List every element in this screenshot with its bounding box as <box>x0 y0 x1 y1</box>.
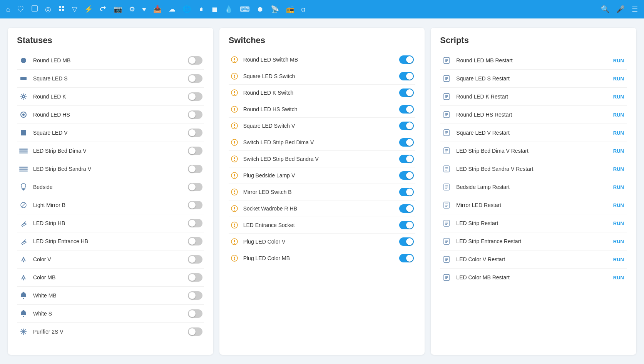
script-row: Round LED HS Restart RUN <box>440 106 627 124</box>
status-toggle[interactable] <box>188 255 202 264</box>
record-icon[interactable]: ⏺ <box>257 5 264 13</box>
status-icon <box>18 218 28 228</box>
signal-icon[interactable] <box>198 5 205 14</box>
status-toggle[interactable] <box>188 309 202 318</box>
status-row: Round LED HS <box>17 106 204 124</box>
status-toggle[interactable] <box>188 165 202 173</box>
svg-point-67 <box>234 243 234 244</box>
wifi-icon[interactable]: 📡 <box>271 5 279 13</box>
switch-toggle[interactable] <box>399 204 414 213</box>
cloud-icon[interactable]: ☁ <box>169 5 176 13</box>
status-toggle[interactable] <box>188 56 202 65</box>
share-icon[interactable] <box>100 5 107 14</box>
script-icon <box>442 73 452 83</box>
run-button[interactable]: RUN <box>612 147 626 155</box>
status-toggle[interactable] <box>188 219 202 227</box>
switch-row: Switch LED Strip Bed Sandra V <box>229 151 416 167</box>
status-toggle[interactable] <box>188 237 202 245</box>
status-toggle[interactable] <box>188 74 202 83</box>
switch-label: Switch LED Strip Bed Dima V <box>243 139 395 145</box>
switch-warning-icon <box>230 237 239 246</box>
antenna-icon[interactable]: 📻 <box>286 5 294 13</box>
mic-icon[interactable]: 🎤 <box>616 5 625 13</box>
run-button[interactable]: RUN <box>612 165 626 173</box>
target-icon[interactable]: ◎ <box>45 5 51 13</box>
svg-point-7 <box>22 95 25 98</box>
run-button[interactable]: RUN <box>612 256 626 263</box>
switch-row: Plug LED Color MB <box>229 250 416 266</box>
svg-point-34 <box>234 61 234 62</box>
heart-icon[interactable]: ♥ <box>142 5 146 13</box>
globe-icon[interactable]: 🌐 <box>182 5 191 13</box>
switch-toggle[interactable] <box>399 138 414 147</box>
status-toggle[interactable] <box>188 92 202 101</box>
script-label: LED Color V Restart <box>456 256 607 262</box>
status-row: Round LED K <box>17 88 204 106</box>
gear-icon[interactable]: ⚙ <box>129 5 135 13</box>
status-label: Round LED HS <box>33 112 183 118</box>
svg-point-31 <box>23 331 24 332</box>
status-icon <box>18 200 28 210</box>
switch-label: Plug LED Color V <box>243 239 395 245</box>
script-label: Round LED HS Restart <box>456 112 607 118</box>
svg-rect-12 <box>19 150 28 152</box>
switch-toggle[interactable] <box>399 155 414 163</box>
script-row: LED Color MB Restart RUN <box>440 269 627 286</box>
status-toggle[interactable] <box>188 273 202 282</box>
status-toggle[interactable] <box>188 327 202 336</box>
switch-toggle[interactable] <box>399 254 414 262</box>
window-icon[interactable] <box>31 5 38 14</box>
search-icon[interactable]: 🔍 <box>601 5 609 13</box>
run-button[interactable]: RUN <box>612 274 626 281</box>
square2-icon[interactable]: ◼ <box>212 5 217 13</box>
script-icon <box>442 55 452 65</box>
switch-toggle[interactable] <box>399 171 414 180</box>
shield-icon[interactable]: 🛡 <box>17 5 24 13</box>
svg-rect-2 <box>62 6 64 8</box>
script-label: Round LED K Restart <box>456 94 607 100</box>
status-toggle[interactable] <box>188 291 202 300</box>
bolt-icon[interactable]: ⚡ <box>84 5 93 13</box>
switch-toggle[interactable] <box>399 188 414 196</box>
grid-icon[interactable] <box>58 5 65 14</box>
run-button[interactable]: RUN <box>612 238 626 245</box>
svg-rect-11 <box>19 149 28 150</box>
switch-toggle[interactable] <box>399 105 414 114</box>
run-button[interactable]: RUN <box>612 93 626 100</box>
menu-icon[interactable]: ☰ <box>632 5 638 13</box>
alpha-icon[interactable]: α <box>301 5 305 13</box>
run-button[interactable]: RUN <box>612 202 626 209</box>
svg-rect-16 <box>19 170 28 172</box>
main-content: Statuses Round LED MB Square LED S Round… <box>0 18 644 364</box>
status-toggle[interactable] <box>188 129 202 137</box>
svg-point-40 <box>234 94 234 95</box>
switch-row: LED Entrance Socket <box>229 217 416 234</box>
switch-toggle[interactable] <box>399 88 414 97</box>
status-toggle[interactable] <box>188 183 202 191</box>
inbox-icon[interactable]: 📥 <box>153 5 162 13</box>
home-icon[interactable]: ⌂ <box>6 5 10 13</box>
filter-icon[interactable]: ▽ <box>72 5 77 13</box>
run-button[interactable]: RUN <box>612 184 626 191</box>
switch-toggle[interactable] <box>399 55 414 64</box>
camera-icon[interactable]: 📷 <box>114 5 122 13</box>
switch-toggle[interactable] <box>399 237 414 246</box>
run-button[interactable]: RUN <box>612 111 626 119</box>
run-button[interactable]: RUN <box>612 129 626 137</box>
status-row: LED Strip Entrance HB <box>17 232 204 250</box>
run-button[interactable]: RUN <box>612 75 626 82</box>
status-toggle[interactable] <box>188 110 202 119</box>
status-toggle[interactable] <box>188 147 202 155</box>
switch-toggle[interactable] <box>399 72 414 80</box>
script-icon <box>442 236 452 246</box>
switch-toggle[interactable] <box>399 122 414 130</box>
switch-label: Round LED Switch MB <box>243 57 395 63</box>
run-button[interactable]: RUN <box>612 220 626 227</box>
status-icon <box>18 291 28 301</box>
status-label: LED Strip HB <box>33 220 183 226</box>
run-button[interactable]: RUN <box>612 57 626 64</box>
status-toggle[interactable] <box>188 201 202 209</box>
code-icon[interactable]: ⌨ <box>240 5 250 13</box>
drop-icon[interactable]: 💧 <box>224 5 233 13</box>
switch-toggle[interactable] <box>399 221 414 229</box>
